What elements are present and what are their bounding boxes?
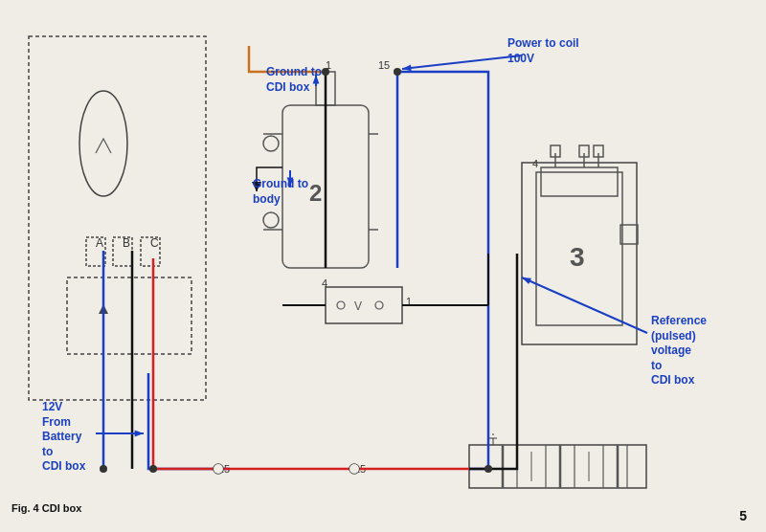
ground-body-label: Ground tobody — [253, 177, 308, 207]
ground-cdi-label: Ground toCDI box — [266, 65, 322, 95]
reference-label: Reference(pulsed)voltagetoCDI box — [651, 314, 707, 388]
fig-label: Fig. 4 CDI box — [11, 501, 81, 515]
page-number: 5 — [739, 507, 747, 524]
battery-label: 12VFromBatterytoCDI box — [42, 400, 85, 475]
power-coil-label: Power to coil100V — [507, 36, 579, 66]
